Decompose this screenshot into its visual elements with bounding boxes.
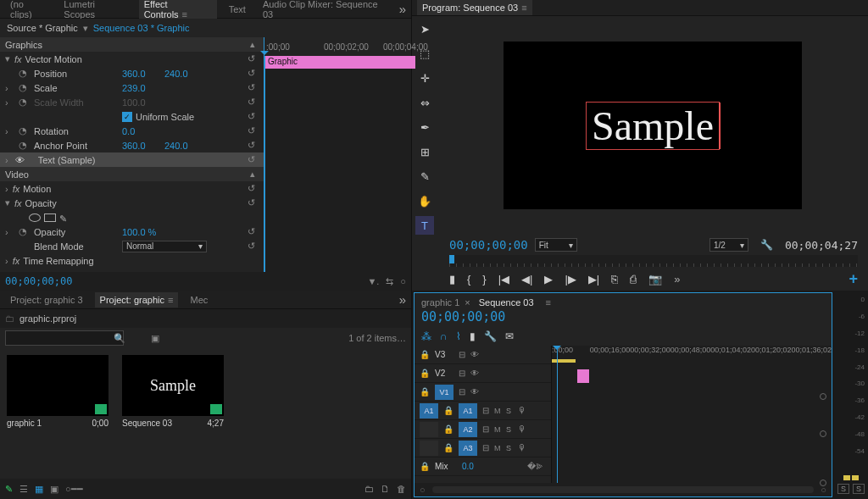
collapse-icon[interactable]: ▴ [250, 169, 255, 180]
track-keyframe-knob[interactable] [820, 480, 826, 486]
zoom-scroll-icon[interactable]: ○ [400, 276, 406, 287]
tab-program[interactable]: Program: Sequence 03≡ [417, 0, 532, 15]
checkbox-checked-icon[interactable]: ✓ [122, 112, 132, 122]
toggle-output-icon[interactable]: ⊟ [482, 443, 489, 452]
reset-icon[interactable]: ↺ [248, 140, 255, 151]
frame-forward-icon[interactable]: |▶ [565, 273, 576, 286]
filter-icon[interactable]: ▼. [367, 276, 379, 287]
tab-text[interactable]: Text [224, 2, 251, 17]
text-layer-sample[interactable]: Sample [586, 102, 720, 150]
current-timecode[interactable]: 00;00;00;00 [449, 238, 528, 252]
lock-icon[interactable]: 🔒 [420, 350, 430, 359]
toggle-output-icon[interactable]: ⊟ [459, 369, 465, 378]
solo-button[interactable]: S [506, 444, 513, 452]
track-target[interactable]: V1 [435, 385, 453, 400]
scrub-playhead[interactable] [449, 255, 454, 263]
hamburger-icon[interactable]: ≡ [546, 297, 551, 308]
vertical-center-icon[interactable]: ✛ [415, 69, 434, 87]
settings-icon[interactable]: 🔧 [760, 239, 773, 251]
track-target[interactable]: A2 [459, 422, 477, 437]
tab-sequence-graphic1[interactable]: graphic 1 [421, 297, 459, 308]
expand-icon[interactable]: �⫸ [527, 462, 544, 471]
twirl-icon[interactable]: › [5, 256, 8, 266]
hamburger-icon[interactable]: ≡ [521, 3, 526, 13]
lock-icon[interactable]: 🔒 [443, 443, 453, 452]
group-video[interactable]: Video ▴ [0, 167, 264, 181]
toggle-output-icon[interactable]: ⊟ [482, 406, 489, 415]
filter-bin-icon[interactable]: ▣ [151, 333, 159, 344]
effect-vector-motion[interactable]: ▾ fx Vector Motion ↺ [0, 52, 264, 66]
timeline-ruler-area[interactable]: :00;00 00;00;16;00 00;00;32;00 00;00;48;… [552, 346, 832, 483]
step-back-icon[interactable]: |◀ [498, 273, 509, 286]
rectangle-mask-icon[interactable] [44, 213, 56, 222]
source-patch[interactable] [420, 422, 438, 437]
eye-icon[interactable]: 👁 [470, 387, 479, 396]
track-v1[interactable]: 🔒V1⊟👁 [415, 383, 551, 402]
scrub-bar[interactable] [449, 255, 858, 267]
effect-time-remapping[interactable]: › fx Time Remapping [0, 253, 264, 268]
magnet-icon[interactable]: ∩ [440, 330, 448, 342]
pen-tool-icon[interactable]: ✒ [415, 118, 434, 136]
horizontal-scrollbar[interactable] [432, 486, 815, 493]
scroll-icon[interactable]: ⇆ [386, 276, 393, 287]
reset-icon[interactable]: ↺ [248, 154, 255, 165]
mic-icon[interactable]: 🎙 [518, 424, 526, 434]
mic-icon[interactable]: 🎙 [518, 406, 526, 415]
twirl-icon[interactable]: › [5, 126, 8, 136]
toggle-output-icon[interactable]: ⊟ [482, 424, 489, 434]
twirl-icon[interactable]: › [5, 227, 8, 237]
hand-tool-icon[interactable]: ✋ [415, 191, 434, 210]
reset-icon[interactable]: ↺ [248, 226, 255, 237]
play-icon[interactable]: ▶ [544, 273, 553, 286]
caption-icon[interactable]: ✉ [505, 330, 514, 342]
eyedropper-tool-icon[interactable]: ✎ [415, 167, 434, 186]
twirl-icon[interactable]: ▾ [5, 53, 10, 64]
clip-bar-graphic[interactable]: Graphic [264, 56, 415, 69]
lock-icon[interactable]: 🔒 [443, 406, 453, 415]
effect-motion[interactable]: › fx Motion ↺ [0, 181, 264, 196]
hamburger-icon[interactable]: ≡ [182, 9, 187, 19]
ec-time-ruler[interactable]: :00;00 00;00;02;00 00;00;04;00 [264, 37, 411, 56]
zoom-out-icon[interactable]: ○ [420, 485, 426, 495]
reset-icon[interactable]: ↺ [248, 53, 255, 64]
playhead[interactable] [557, 346, 558, 483]
project-item[interactable]: Sample Sequence 034;27 [122, 355, 224, 472]
go-to-in-icon[interactable]: } [482, 273, 486, 286]
thumbnail[interactable]: Sample [122, 355, 224, 416]
track-keyframe-knob[interactable] [820, 393, 826, 400]
fit-select[interactable]: Fit▾ [535, 238, 577, 252]
frame-back-icon[interactable]: ◀| [521, 273, 532, 286]
stopwatch-icon[interactable]: ◔ [19, 140, 27, 151]
rotation-value[interactable]: 0.0 [122, 126, 135, 136]
ellipse-mask-icon[interactable] [29, 213, 41, 222]
bin-icon[interactable]: 🗀 [5, 313, 14, 324]
scale-value[interactable]: 239.0 [122, 83, 146, 93]
zoom-select[interactable]: 1/2▾ [709, 238, 748, 252]
prop-uniform-scale[interactable]: ✓ Uniform Scale ↺ [0, 109, 264, 124]
ec-mini-timeline[interactable]: :00;00 00;00;02;00 00;00;04;00 Graphic [264, 37, 411, 272]
source-patch[interactable]: A1 [420, 403, 438, 419]
stopwatch-icon[interactable]: ◔ [19, 125, 27, 136]
reset-icon[interactable]: ↺ [248, 241, 255, 252]
track-target[interactable]: A3 [459, 441, 477, 456]
track-v3[interactable]: 🔒V3⊟👁 [415, 346, 551, 364]
anchor-x-value[interactable]: 360.0 [122, 141, 146, 151]
marker-icon[interactable]: ▮ [470, 330, 476, 342]
opacity-value[interactable]: 100.0 % [122, 227, 156, 237]
mute-button[interactable]: M [494, 425, 503, 434]
track-a1[interactable]: A1🔒A1⊟M S🎙 [415, 402, 551, 420]
eye-icon[interactable]: 👁 [15, 155, 25, 165]
extract-icon[interactable]: ⎙ [630, 273, 637, 286]
linked-selection-icon[interactable]: ⌇ [456, 330, 461, 342]
thumbnail[interactable] [7, 355, 108, 416]
toggle-output-icon[interactable]: ⊟ [459, 387, 465, 396]
export-frame-icon[interactable]: 📷 [648, 273, 662, 286]
track-keyframe-knob[interactable] [820, 430, 826, 437]
tab-project-graphic3[interactable]: Project: graphic 3 [5, 292, 88, 308]
reset-icon[interactable]: ↺ [248, 183, 255, 194]
zoom-slider[interactable]: ○━━ [65, 484, 83, 495]
new-bin-icon[interactable]: 🗀 [364, 484, 374, 494]
close-tab-icon[interactable]: × [465, 297, 470, 308]
track-mix[interactable]: 🔒Mix0.0�⫸ [415, 457, 551, 476]
solo-button[interactable]: S [506, 425, 513, 434]
